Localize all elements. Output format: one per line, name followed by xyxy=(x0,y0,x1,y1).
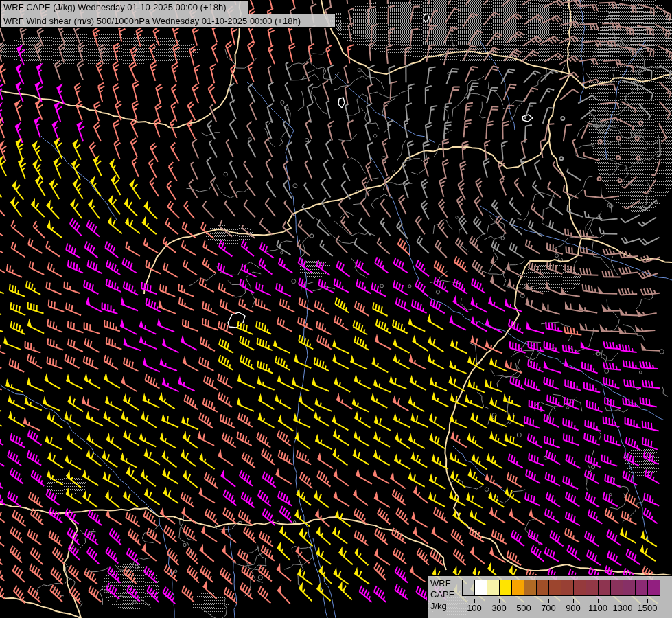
legend-swatch xyxy=(499,580,512,596)
legend-swatch xyxy=(536,580,549,596)
title-cape-text: WRF CAPE (J/kg) Wednesday 01-10-2025 00:… xyxy=(3,2,227,12)
title-windshear-text: WRF Wind shear (m/s) 500/1000hPa Wednesd… xyxy=(3,16,301,26)
legend-swatch xyxy=(511,580,524,596)
legend-swatch xyxy=(586,580,599,596)
legend-label-unit: J/kg xyxy=(430,601,447,611)
title-cape: WRF CAPE (J/kg) Wednesday 01-10-2025 00:… xyxy=(0,0,249,14)
cape-legend: WRF CAPE J/kg 10030050070090011001300150… xyxy=(427,575,672,618)
legend-swatch xyxy=(598,580,611,596)
legend-swatch xyxy=(487,580,500,596)
legend-swatch xyxy=(573,580,586,596)
legend-swatch xyxy=(474,580,487,596)
legend-swatch xyxy=(548,580,561,596)
wrf-weather-map: WRF CAPE (J/kg) Wednesday 01-10-2025 00:… xyxy=(0,0,672,618)
legend-swatch xyxy=(561,580,574,596)
legend-swatch xyxy=(610,580,623,596)
title-windshear: WRF Wind shear (m/s) 500/1000hPa Wednesd… xyxy=(0,14,336,28)
legend-swatch xyxy=(635,580,648,596)
legend-swatch xyxy=(524,580,537,596)
legend-label-cape: CAPE xyxy=(430,589,454,599)
legend-swatch xyxy=(647,580,660,596)
legend-tick-label: 1500 xyxy=(632,603,662,613)
legend-label-wrf: WRF xyxy=(430,578,451,588)
legend-colorbar: 100300500700900110013001500 xyxy=(462,580,660,596)
legend-swatch xyxy=(462,580,475,596)
legend-swatch xyxy=(623,580,636,596)
weather-map-canvas xyxy=(0,0,672,618)
